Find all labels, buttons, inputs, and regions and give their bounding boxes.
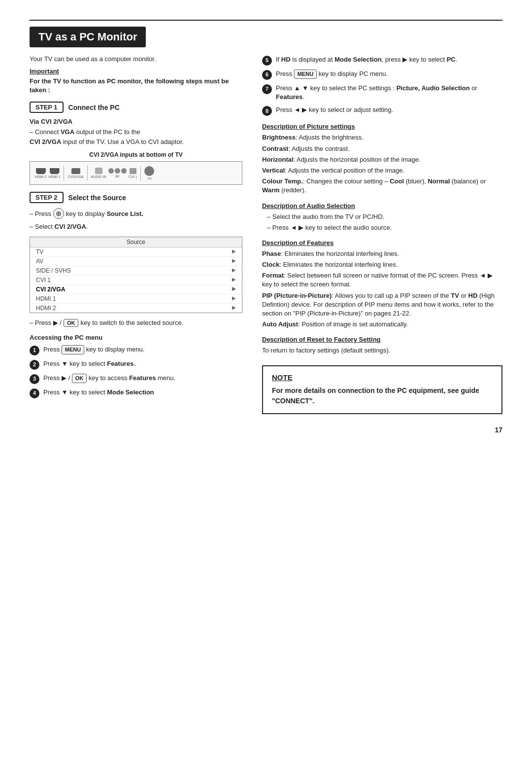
step2-press2-line: – Press ▶ / OK key to switch to the sele… — [30, 319, 242, 327]
desc-format: Format: Select between full screen or na… — [262, 271, 502, 289]
intro-text: Your TV can be used as a computer monito… — [30, 55, 242, 63]
source-list-box: Source TV▶ AV▶ SIDE / SVHS▶ CVI 1▶ CVI 2… — [30, 237, 242, 313]
sep1 — [64, 166, 64, 180]
right-item-5: 5 If HD is displayed at Mode Selection, … — [262, 55, 502, 66]
page-number: 17 — [30, 426, 502, 434]
source-header: Source — [30, 237, 242, 247]
desc-audio-1: – Select the audio from the TV or PC/HD. — [262, 212, 502, 221]
accessing-label: Accessing the PC menu — [30, 334, 242, 341]
desc-brightness: Brightness: Adjusts the brightness. — [262, 133, 502, 142]
desc-features-heading: Description of Features — [262, 239, 502, 247]
round-cluster: AV — [108, 168, 127, 178]
desc-audio-heading: Description of Audio Selection — [262, 202, 502, 210]
desc-clock: Clock: Eliminates the horizontal interfe… — [262, 260, 502, 269]
step2-press-line: – Press ⊕ key to display Source List. — [30, 208, 242, 219]
source-item-cvi1: CVI 1▶ — [30, 276, 242, 285]
desc-reset-text: To return to factory settings (default s… — [262, 346, 502, 355]
desc-vertical: Vertical: Adjusts the vertical position … — [262, 166, 502, 175]
step2-title: Select the Source — [68, 194, 127, 202]
num-2: 2 — [30, 360, 39, 370]
num-8: 8 — [262, 106, 272, 116]
source-item-hdmi1: HDMI 1▶ — [30, 294, 242, 304]
connector-diagram: CVI 2/VGA inputs at bottom of TV HDMI 2 … — [30, 151, 242, 185]
desc-contrast: Contrast: Adjusts the contrast. — [262, 144, 502, 153]
accessing-item-3: 3 Press ▶ / OK key to access Features me… — [30, 374, 242, 384]
desc-audio-2: – Press ◄ ▶ key to select the audio sour… — [262, 223, 502, 232]
step2-press-cont: key to display Source List. — [66, 210, 143, 217]
important-label: Important — [30, 68, 242, 75]
cvi1-port: CVI 1 — [129, 168, 137, 178]
step2-badge: STEP 2 — [30, 192, 64, 203]
accessing-item-4: 4 Press ▼ key to select Mode Selection — [30, 388, 242, 398]
hdmi1-port: HDMI 1 — [49, 168, 61, 178]
num-6: 6 — [262, 70, 272, 80]
source-key-icon: ⊕ — [53, 208, 64, 219]
step1-header: STEP 1 Connect the PC — [30, 102, 242, 113]
note-title: NOTE — [272, 373, 493, 382]
step2-press-text: – Press — [30, 210, 51, 217]
desc-auto-adjust: Auto Adjust: Position of image is set au… — [262, 320, 502, 329]
right-item-7: 7 Press ▲ ▼ key to select the PC setting… — [262, 84, 502, 102]
left-column: Your TV can be used as a computer monito… — [30, 55, 242, 414]
ok-key-3: OK — [72, 374, 87, 383]
desc-pip: PIP (Picture-in-Picture): Allows you to … — [262, 291, 502, 318]
top-rule — [30, 20, 502, 21]
important-body: For the TV to function as PC monitor, th… — [30, 77, 242, 95]
vga-port: CVI2/VGA — [67, 168, 83, 178]
sep2 — [87, 166, 88, 180]
accessing-item-2: 2 Press ▼ key to select Features. — [30, 359, 242, 370]
accessing-item-1: 1 Press MENU key to display menu. — [30, 345, 242, 355]
menu-key-6: MENU — [294, 70, 317, 79]
source-item-av: AV▶ — [30, 257, 242, 266]
step1-badge: STEP 1 — [30, 102, 64, 113]
main-content: Your TV can be used as a computer monito… — [30, 55, 502, 414]
source-item-cvi2vga: CVI 2/VGA▶ — [30, 285, 242, 294]
right-item-6: 6 Press MENU key to display PC menu. — [262, 70, 502, 80]
via-label: Via CVI 2/VGA — [30, 118, 242, 125]
step1-title: Connect the PC — [68, 104, 120, 111]
desc-horizontal: Horizontal: Adjusts the horizontal posit… — [262, 155, 502, 164]
step1-content: – Connect VGA output of the PC to the CV… — [30, 127, 242, 146]
source-item-hdmi2: HDMI 2▶ — [30, 304, 242, 313]
ok-key-badge: OK — [64, 319, 79, 327]
right-column: 5 If HD is displayed at Mode Selection, … — [262, 55, 502, 414]
num-7: 7 — [262, 84, 272, 94]
step2-select-line: – Select CVI 2/VGA. — [30, 222, 242, 232]
num-3: 3 — [30, 374, 39, 384]
desc-picture-heading: Description of Picture settings — [262, 123, 502, 130]
page-title: TV as a PC Monitor — [30, 27, 146, 47]
hdmi2-port: HDMI 2 — [35, 168, 47, 178]
connector-box: HDMI 2 HDMI 1 CVI2/VGA — [30, 161, 242, 185]
desc-reset-heading: Description of Reset to Factory Setting — [262, 336, 502, 343]
num-5: 5 — [262, 56, 272, 66]
desc-colour-temp: Colour Temp.: Changes the colour setting… — [262, 177, 502, 195]
num-4: 4 — [30, 388, 39, 398]
step2-header: STEP 2 Select the Source — [30, 192, 242, 203]
source-item-tv: TV▶ — [30, 247, 242, 257]
audio-in-port: AUDIO IN — [91, 168, 106, 178]
sep3 — [140, 166, 141, 180]
connector-ports: HDMI 2 HDMI 1 CVI2/VGA — [35, 166, 154, 180]
menu-key-1: MENU — [62, 345, 84, 354]
source-item-side: SIDE / SVHS▶ — [30, 266, 242, 276]
note-box: NOTE For more details on connection to t… — [262, 365, 502, 414]
desc-phase: Phase: Eliminates the horizontal interfe… — [262, 249, 502, 258]
cvi-label: CVI 2/VGA inputs at bottom of TV — [30, 151, 242, 158]
num-1: 1 — [30, 346, 39, 355]
large-round-port: TV — [144, 166, 154, 180]
right-item-8: 8 Press ◄ ▶ key to select or adjust sett… — [262, 106, 502, 116]
note-body: For more details on connection to the PC… — [272, 386, 493, 406]
